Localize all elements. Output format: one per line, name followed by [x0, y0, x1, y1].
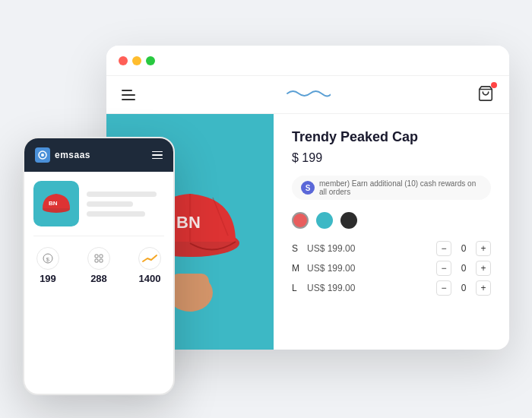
qty-minus-l[interactable]: −	[436, 280, 451, 296]
desktop-titlebar	[106, 46, 509, 76]
mobile-header: emsaas	[24, 138, 173, 172]
color-option-red[interactable]	[292, 212, 309, 229]
qty-value-s: 0	[458, 243, 470, 254]
mobile-stat-list: 288	[87, 247, 110, 284]
mobile-logo-label: emsaas	[55, 150, 90, 160]
svg-rect-11	[95, 255, 98, 258]
dollar-icon: $	[43, 253, 53, 264]
reward-badge: S member) Earn additional (10) cash rewa…	[292, 176, 491, 200]
mobile-stats: $ 199 288	[33, 247, 164, 284]
color-options	[292, 212, 491, 229]
product-details: Trendy Peaked Cap $ 199 S member) Earn a…	[274, 114, 509, 350]
mobile-logo: emsaas	[35, 147, 90, 163]
mobile-stat-currency: $ 199	[36, 247, 59, 284]
trend-chart-icon	[141, 253, 158, 264]
mobile-cap-thumbnail: BN	[37, 185, 75, 223]
scene: BN Trendy Peaked Cap $ 199 S member) Ear…	[23, 23, 509, 395]
product-price: $ 199	[292, 151, 491, 165]
table-row: S US$ 199.00 − 0 +	[292, 241, 491, 256]
size-price-m: US$ 199.00	[307, 263, 436, 274]
traffic-light-close[interactable]	[119, 56, 128, 65]
mobile-product-card: BN	[33, 181, 164, 236]
mobile-body: BN $	[24, 172, 173, 293]
mobile-product-lines	[87, 181, 164, 226]
traffic-light-maximize[interactable]	[146, 56, 155, 65]
qty-plus-m[interactable]: +	[476, 261, 491, 276]
qty-control-l: − 0 +	[436, 280, 491, 296]
brand-icon	[37, 150, 48, 160]
svg-rect-13	[95, 259, 98, 262]
traffic-light-minimize[interactable]	[132, 56, 141, 65]
stat-value-288: 288	[90, 273, 107, 284]
cart-badge	[491, 82, 497, 88]
svg-rect-14	[100, 259, 103, 262]
reward-icon: S	[301, 181, 315, 195]
mobile-stat-trend: 1400	[138, 247, 161, 284]
cart-icon-wrap[interactable]	[477, 85, 494, 105]
size-price-l: US$ 199.00	[307, 283, 436, 293]
size-price-s: US$ 199.00	[307, 243, 436, 254]
qty-minus-s[interactable]: −	[436, 241, 451, 256]
mobile-product-img: BN	[33, 181, 79, 226]
qty-plus-s[interactable]: +	[476, 241, 491, 256]
mobile-product-line-2	[87, 201, 133, 207]
size-rows: S US$ 199.00 − 0 + M US$ 199.00 −	[292, 241, 491, 296]
svg-text:$: $	[46, 256, 50, 263]
mobile-window: emsaas BN	[23, 137, 175, 395]
table-row: L US$ 199.00 − 0 +	[292, 280, 491, 296]
product-title: Trendy Peaked Cap	[292, 129, 491, 145]
color-option-dark[interactable]	[340, 212, 357, 229]
color-option-teal[interactable]	[316, 212, 333, 229]
list-icon	[87, 247, 110, 270]
qty-value-m: 0	[458, 263, 470, 274]
stat-value-1400: 1400	[139, 273, 161, 284]
grid-icon	[93, 253, 104, 264]
hamburger-icon[interactable]	[122, 90, 135, 100]
svg-text:BN: BN	[49, 200, 58, 207]
desktop-nav	[106, 76, 509, 114]
qty-control-m: − 0 +	[436, 261, 491, 276]
qty-value-l: 0	[458, 283, 470, 293]
stat-value-199: 199	[40, 273, 56, 284]
size-label-l: L	[292, 283, 307, 293]
mobile-product-line-1	[87, 192, 157, 197]
trend-icon	[138, 247, 161, 270]
svg-point-6	[41, 154, 44, 157]
qty-plus-l[interactable]: +	[476, 280, 491, 296]
svg-rect-12	[100, 255, 103, 258]
mobile-hamburger-icon[interactable]	[152, 151, 163, 160]
reward-text: member) Earn additional (10) cash reward…	[319, 179, 482, 196]
size-label-s: S	[292, 243, 307, 254]
currency-icon: $	[36, 247, 59, 270]
mobile-logo-icon	[35, 147, 50, 163]
qty-control-s: − 0 +	[436, 241, 491, 256]
traffic-lights	[119, 56, 155, 65]
svg-text:BN: BN	[176, 213, 201, 232]
qty-minus-m[interactable]: −	[436, 261, 451, 276]
size-label-m: M	[292, 263, 307, 274]
table-row: M US$ 199.00 − 0 +	[292, 261, 491, 276]
wave-logo	[285, 86, 331, 104]
mobile-product-line-3	[87, 211, 145, 217]
svg-rect-2	[171, 274, 209, 304]
